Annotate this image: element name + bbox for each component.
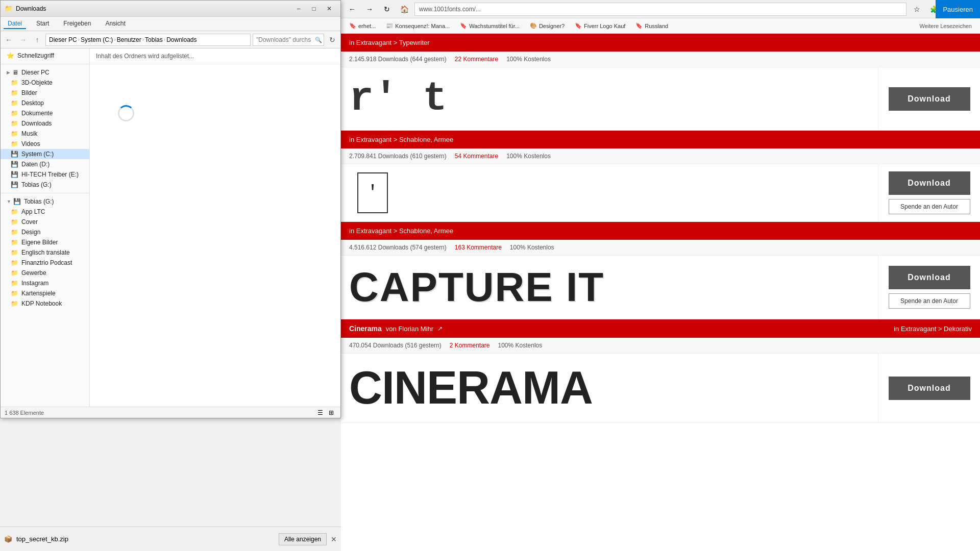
minimize-button[interactable]: – [291,3,306,15]
sidebar-item-3dobjects[interactable]: 📁 3D-Objekte [1,78,89,88]
browser-home-button[interactable]: 🏠 [397,2,411,16]
grid-view-button[interactable]: ⊞ [326,408,336,418]
taskbar-close-button[interactable]: ✕ [331,535,337,543]
browser-area: ← → ↻ 🏠 www.1001fonts.com/... ☆ 🧩 ⬇ ⋮ Pa… [341,0,980,551]
font-comments-cinerama[interactable]: 2 Kommentare [450,342,490,349]
bookmark-erhet[interactable]: 🔖 erhet... [345,21,380,30]
sidebar-item-musik[interactable]: 📁 Musik [1,129,89,139]
bookmark-fiverr[interactable]: 🔖 Fiverr Logo Kauf [571,21,629,30]
show-all-button[interactable]: Alle anzeigen [279,533,327,545]
content-area [90,64,340,407]
folder-icon: 📁 [11,130,18,137]
browser-content[interactable]: in Extravagant > Typewriter 2.145.918 Do… [341,34,980,551]
bc-sysc[interactable]: System (C:) [81,36,113,43]
ribbon-tab-freigeben[interactable]: Freigeben [59,19,95,29]
sidebar-item-gewerbe[interactable]: 📁 Gewerbe [1,268,89,278]
folder-icon-kdp: 📁 [11,300,18,307]
sidebar-item-kartenspiele[interactable]: 📁 Kartenspiele [1,288,89,298]
font-section-cinerama: Cinerama von Florian Mihr ↗ in Extravaga… [341,319,980,423]
sidebar-item-schnellzugriff[interactable]: ⭐ Schnellzugriff [1,51,89,61]
sidebar-item-kdp[interactable]: 📁 KDP Notebook [1,298,89,309]
bc-downloads[interactable]: Downloads [166,36,197,43]
font-price-cinerama: 100% Kostenlos [498,342,543,349]
sidebar-item-eigenebilder[interactable]: 📁 Eigene Bilder [1,237,89,247]
download-button-typewriter[interactable]: Download [889,87,970,111]
sidebar-label-downloads: Downloads [21,120,52,127]
bookmark-star-button[interactable]: ☆ [910,2,924,16]
sidebar-item-englisch[interactable]: 📁 Englisch translate [1,247,89,258]
download-button-captureit[interactable]: Download [889,266,970,289]
font-downloads-captureit: 4.516.612 Downloads (574 gestern) [349,244,447,251]
back-button[interactable]: ← [3,34,15,46]
sidebar-label-bilder: Bilder [21,89,37,96]
download-file-name: top_secret_kb.zip [16,535,68,543]
bookmark-icon-6: 🔖 [635,22,643,29]
sidebar-item-systemc[interactable]: 💾 System (C:) [1,149,89,159]
external-link-icon: ↗ [437,325,443,332]
sidebar-item-dieserpc[interactable]: ▶ 🖥 Dieser PC [1,67,89,78]
sidebar-item-downloads[interactable]: 📁 Downloads [1,118,89,129]
bookmark-icon-1: 🔖 [349,22,356,29]
browser-url: www.1001fonts.com/... [419,6,481,13]
sidebar-item-bilder[interactable]: 📁 Bilder [1,88,89,98]
sidebar-divider-1 [1,64,89,64]
sidebar-item-finanztrio[interactable]: 📁 Finanztrio Podcast [1,258,89,268]
up-button[interactable]: ↑ [31,34,43,46]
font-comments-typewriter[interactable]: 22 Kommentare [455,56,498,63]
sidebar-label-design: Design [21,229,40,236]
ribbon-tab-ansicht[interactable]: Ansicht [101,19,129,29]
sidebar-item-tobiasc[interactable]: 💾 Tobias (G:) [1,180,89,190]
sidebar-item-cover[interactable]: 📁 Cover [1,217,89,227]
font-comments-captureit[interactable]: 163 Kommentare [455,244,502,251]
donate-button-captureit[interactable]: Spende an den Autor [889,293,970,309]
donate-button-schablone[interactable]: Spende an den Autor [889,199,970,214]
bc-benutzer[interactable]: Benutzer [117,36,141,43]
sidebar-item-tobiasg-root[interactable]: ▼ 💾 Tobias (G:) [1,196,89,207]
sidebar-item-desktop[interactable]: 📁 Desktop [1,98,89,108]
font-preview-typewriter: r' t Download [341,67,980,130]
sidebar-label-cover: Cover [21,218,38,226]
browser-refresh-button[interactable]: ↻ [380,2,394,16]
ribbon-tab-start[interactable]: Start [32,19,53,29]
bookmark-russland[interactable]: 🔖 Russland [631,21,672,30]
sidebar-item-instagram[interactable]: 📁 Instagram [1,278,89,288]
font-price-captureit: 100% Kostenlos [510,244,554,251]
list-view-button[interactable]: ☰ [315,408,325,418]
sidebar-label-englisch: Englisch translate [21,249,70,256]
sidebar-item-design[interactable]: 📁 Design [1,227,89,237]
browser-back-button[interactable]: ← [345,2,359,16]
sidebar: ⭐ Schnellzugriff ▶ 🖥 Dieser PC 📁 3D-Obje… [1,48,90,407]
sidebar-label-dokumente: Dokumente [21,110,53,117]
bookmark-wachstum[interactable]: 🔖 Wachstumstitel für... [456,21,524,30]
computer-icon: 🖥 [12,69,18,76]
bc-thispc[interactable]: Dieser PC [49,36,77,43]
close-button[interactable]: ✕ [322,3,336,15]
font-comments-schablone[interactable]: 54 Kommentare [455,153,498,160]
sidebar-label-hitech: HI-TECH Treiber (E:) [21,171,79,178]
ribbon-tab-datei[interactable]: Datei [4,19,26,29]
sidebar-item-dokumente[interactable]: 📁 Dokumente [1,108,89,118]
refresh-button[interactable]: ↻ [326,34,338,46]
browser-forward-button[interactable]: → [362,2,377,16]
bookmark-konsequenz[interactable]: 📰 Konsequenz!: Mana... [382,21,454,30]
search-input[interactable] [253,34,324,46]
more-bookmarks[interactable]: Weitere Lesezeichen [915,22,976,30]
maximize-button[interactable]: □ [307,3,321,15]
sidebar-item-datend[interactable]: 💾 Daten (D:) [1,159,89,169]
font-preview-img-schablone: ' [341,164,878,221]
bookmark-icon-4: 🎨 [530,22,537,29]
sidebar-item-hitech[interactable]: 💾 HI-TECH Treiber (E:) [1,169,89,180]
bookmark-label-designer: Designer? [539,23,565,29]
sidebar-item-videos[interactable]: 📁 Videos [1,139,89,149]
forward-button[interactable]: → [17,34,29,46]
bc-tobias[interactable]: Tobias [145,36,163,43]
bookmark-designer[interactable]: 🎨 Designer? [526,21,569,30]
breadcrumb[interactable]: Dieser PC › System (C:) › Benutzer › Tob… [45,34,251,46]
font-downloads-typewriter: 2.145.918 Downloads (644 gestern) [349,56,447,63]
star-icon: ⭐ [7,52,14,59]
pausieren-button[interactable]: Pausieren [936,0,980,18]
download-button-schablone[interactable]: Download [889,171,970,195]
sidebar-item-appltc[interactable]: 📁 App LTC [1,207,89,217]
bookmark-label-russland: Russland [645,23,668,29]
download-button-cinerama[interactable]: Download [889,377,970,400]
